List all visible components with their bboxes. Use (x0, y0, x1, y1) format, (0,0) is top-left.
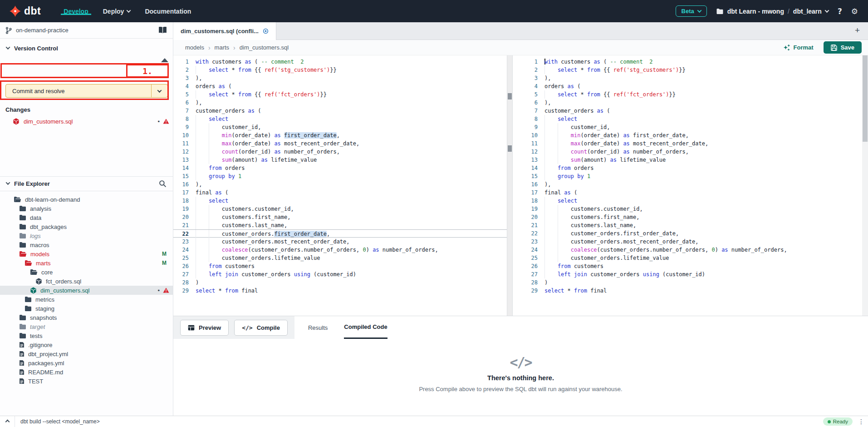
tree-item-models[interactable]: modelsM (0, 249, 173, 258)
code-line-13: 13sum(amount) as lifetime_value (522, 156, 862, 164)
collapse-panel-button[interactable] (0, 416, 15, 427)
code-line-18: 18select (173, 197, 507, 205)
tree-item-analysis[interactable]: analysis (0, 204, 173, 213)
breadcrumb-item-marts[interactable]: marts (215, 44, 230, 51)
preview-button[interactable]: Preview (180, 320, 229, 336)
version-control-header[interactable]: Version Control (0, 41, 173, 56)
chevron-down-icon (6, 45, 10, 50)
line-number: 13 (522, 156, 538, 164)
line-number: 2 (173, 66, 189, 74)
left-editor-scrollbar[interactable] (507, 55, 513, 316)
kebab-menu-icon[interactable]: ⋮ (858, 418, 864, 425)
tree-item-packages.yml[interactable]: packages.yml (0, 358, 173, 367)
tree-item-.gitignore[interactable]: .gitignore (0, 340, 173, 349)
code-brackets-icon: </> (242, 324, 252, 331)
changes-title: Changes (5, 106, 30, 113)
tree-item-macros[interactable]: macros (0, 240, 173, 249)
breadcrumb-item-models[interactable]: models (185, 44, 204, 51)
tree-item-label: README.md (28, 369, 63, 376)
tree-item-fct_orders.sql[interactable]: fct_orders.sql (0, 277, 173, 286)
search-icon[interactable] (159, 180, 167, 188)
tree-item-target[interactable]: target (0, 322, 173, 331)
folder-icon (19, 205, 26, 212)
docs-book-icon[interactable] (158, 26, 167, 34)
tree-item-marts[interactable]: martsM (0, 258, 173, 268)
branch-row[interactable]: on-demand-practice (0, 22, 173, 39)
line-number: 26 (522, 262, 538, 270)
tree-item-data[interactable]: data (0, 213, 173, 222)
tree-item-tests[interactable]: tests (0, 331, 173, 340)
tree-item-snapshots[interactable]: snapshots (0, 313, 173, 322)
dbt-logo[interactable]: dbt (9, 5, 41, 17)
tree-item-dbt_project.yml[interactable]: dbt_project.yml (0, 349, 173, 358)
line-number: 29 (522, 287, 538, 295)
tree-item-core[interactable]: core (0, 268, 173, 277)
code-line-15: 15group by 1 (522, 172, 862, 180)
code-line-25: 25customer_orders.lifetime_value (522, 254, 862, 262)
commit-and-resolve-button[interactable]: Commit and resolve (5, 84, 168, 98)
change-item-dim_customers.sql[interactable]: dim_customers.sql• (0, 116, 173, 126)
nav-item-documentation[interactable]: Documentation (137, 8, 198, 15)
tree-item-TEST[interactable]: TEST (0, 377, 173, 386)
line-number: 27 (522, 270, 538, 278)
code-line-16: 16), (522, 180, 862, 189)
panel-toolbar: Preview </> Compile ResultsCompiled Code (173, 316, 868, 339)
project-selector[interactable]: dbt Learn - mwong / dbt_learn (716, 8, 829, 15)
help-icon[interactable]: ? (838, 7, 842, 16)
code-line-12: 12count(order_id) as number_of_orders, (173, 148, 507, 156)
panel-tab-compiled-code[interactable]: Compiled Code (344, 316, 387, 339)
compile-button[interactable]: </> Compile (234, 320, 288, 336)
line-number: 22 (173, 230, 189, 237)
new-tab-button[interactable]: + (855, 26, 860, 35)
tree-item-logs[interactable]: logs (0, 231, 173, 240)
tree-item-dbt-learn-on-demand[interactable]: dbt-learn-on-demand (0, 195, 173, 204)
ready-label: Ready (833, 419, 848, 424)
breadcrumb-separator: › (233, 44, 235, 51)
preview-label: Preview (199, 324, 221, 331)
tree-item-dim_customers.sql[interactable]: dim_customers.sql• (0, 286, 173, 295)
code-line-29: 29select * from final (173, 287, 507, 295)
code-line-29: 29select * from final (522, 287, 862, 295)
folder-icon (716, 8, 724, 15)
code-editor-left[interactable]: 1with customers as ( -- comment 22select… (173, 55, 507, 316)
nav-item-develop[interactable]: Develop (56, 8, 95, 15)
format-button[interactable]: Format (783, 44, 814, 51)
breadcrumb-item-dim_customers.sql[interactable]: dim_customers.sql (240, 44, 289, 51)
unsaved-changes-icon[interactable] (263, 28, 269, 34)
code-line-13: 13sum(amount) as lifetime_value (173, 156, 507, 164)
save-button[interactable]: Save (824, 41, 862, 54)
tree-item-README.md[interactable]: README.md (0, 367, 173, 377)
line-number: 21 (522, 221, 538, 229)
modified-badge: M (162, 251, 167, 257)
line-number: 20 (522, 213, 538, 221)
line-number: 6 (173, 99, 189, 107)
code-line-28: 28) (173, 278, 507, 287)
top-nav: dbt DevelopDeployDocumentation Beta dbt … (0, 0, 868, 22)
line-number: 28 (522, 278, 538, 287)
gear-icon[interactable]: ⚙ (851, 7, 858, 16)
tree-item-staging[interactable]: staging (0, 304, 173, 313)
nav-item-deploy[interactable]: Deploy (96, 8, 138, 15)
code-line-22: 22customer_orders.first_order_date, (173, 229, 507, 238)
tree-item-metrics[interactable]: metrics (0, 295, 173, 304)
tab-dim-customers[interactable]: dim_customers.sql (confli... (173, 22, 276, 40)
code-editor-right[interactable]: 1with customers as ( -- comment 22select… (522, 55, 862, 316)
scrollbar-thumb[interactable] (863, 55, 868, 142)
chevron-down-icon (157, 88, 162, 93)
line-number: 10 (522, 131, 538, 139)
commit-options-dropdown[interactable] (151, 84, 167, 97)
tree-item-dbt_packages[interactable]: dbt_packages (0, 222, 173, 231)
file-explorer-header[interactable]: File Explorer (0, 176, 173, 191)
command-input[interactable]: dbt build --select <model_name> (20, 418, 100, 425)
tree-item-label: tests (30, 333, 42, 339)
folder-icon (19, 251, 27, 257)
modified-badge: M (162, 260, 167, 266)
line-number: 15 (173, 172, 189, 180)
code-line-4: 4orders as ( (173, 82, 507, 90)
line-number: 8 (173, 115, 189, 123)
panel-tab-results[interactable]: Results (308, 316, 328, 339)
right-editor-scrollbar[interactable] (862, 55, 868, 316)
beta-dropdown[interactable]: Beta (676, 5, 707, 17)
line-number: 29 (173, 287, 189, 295)
code-line-23: 23customer_orders.most_recent_order_date… (173, 238, 507, 246)
